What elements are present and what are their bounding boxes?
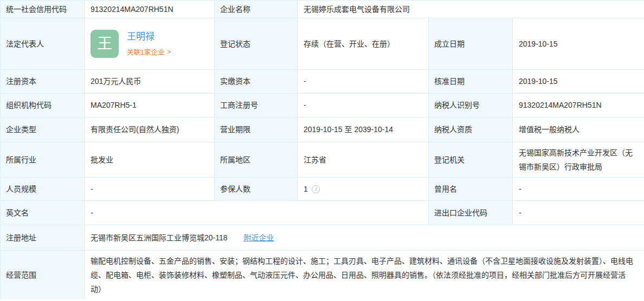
field-value-business-reg-no: - xyxy=(298,94,429,117)
field-value-est-date: 2019-10-15 xyxy=(513,18,644,70)
legal-rep-name-link[interactable]: 王明禄 xyxy=(127,30,171,44)
field-label-approval-date: 核准日期 xyxy=(429,70,513,94)
info-icon[interactable]: i xyxy=(312,185,320,193)
field-label-org-code: 组织机构代码 xyxy=(1,94,85,117)
field-value-taxpayer-qualification: 增值税一般纳税人 xyxy=(513,117,644,142)
field-label-business-reg-no: 工商注册号 xyxy=(215,94,298,117)
reg-address-cell: 无锡市新吴区五洲国际工业博览城20-118 附近企业 xyxy=(85,225,644,251)
field-label-paid-capital: 实缴资本 xyxy=(215,70,298,94)
field-label-reg-authority: 登记机关 xyxy=(429,142,513,178)
field-value-company-type: 有限责任公司(自然人独资) xyxy=(85,117,215,142)
field-label-est-date: 成立日期 xyxy=(429,18,513,70)
field-label-reg-capital: 注册资本 xyxy=(1,70,85,94)
insured-count-value: 1 xyxy=(304,184,308,194)
field-label-staff-size: 人员规模 xyxy=(1,178,85,201)
field-label-region: 所属地区 xyxy=(215,142,298,178)
field-label-reg-address: 注册地址 xyxy=(1,225,85,251)
related-companies-text: 关联1家企业 xyxy=(127,48,164,57)
field-label-business-scope: 经营范围 xyxy=(1,251,85,299)
field-label-former-name: 曾用名 xyxy=(429,178,513,201)
field-value-taxpayer-id: 91320214MA207RH51N xyxy=(513,94,644,117)
field-label-import-export-code: 进出口企业代码 xyxy=(429,201,513,225)
field-value-reg-authority: 无锡国家高新技术产业开发区（无锡市新吴区）行政审批局 xyxy=(513,142,644,178)
field-label-english-name: 英文名 xyxy=(1,201,85,225)
field-value-paid-capital: - xyxy=(298,70,429,94)
legal-rep-info: 王明禄 关联1家企业 > xyxy=(127,30,171,57)
field-value-company-name: 无锡婷乐成套电气设备有限公司 xyxy=(298,1,644,18)
legal-rep-cell: 王 王明禄 关联1家企业 > xyxy=(85,18,215,70)
legal-rep-avatar[interactable]: 王 xyxy=(91,30,119,58)
field-value-reg-address: 无锡市新吴区五洲国际工业博览城20-118 xyxy=(91,232,228,243)
field-value-reg-capital: 201万元人民币 xyxy=(85,70,215,94)
field-label-legal-rep: 法定代表人 xyxy=(1,18,85,70)
legal-rep-related-companies-link[interactable]: 关联1家企业 > xyxy=(127,48,171,57)
field-value-org-code: MA207RH5-1 xyxy=(85,94,215,117)
field-value-english-name: - xyxy=(85,201,429,225)
insured-count-cell: 1 i xyxy=(298,178,429,201)
field-label-company-name: 企业名称 xyxy=(215,1,298,18)
field-label-company-type: 企业类型 xyxy=(1,117,85,142)
field-value-credit-code: 91320214MA207RH51N xyxy=(85,1,215,18)
nearby-companies-link[interactable]: 附近企业 xyxy=(244,232,274,243)
field-value-approval-date: 2019-10-15 xyxy=(513,70,644,94)
field-label-reg-status: 登记状态 xyxy=(215,18,298,70)
field-value-region: 江苏省 xyxy=(298,142,429,178)
field-label-taxpayer-id: 纳税人识别号 xyxy=(429,94,513,117)
field-value-reg-status: 存续（在营、开业、在册） xyxy=(298,18,429,70)
field-label-insured-count: 参保人数 xyxy=(215,178,298,201)
field-label-business-term: 营业期限 xyxy=(215,117,298,142)
business-info-table: 统一社会信用代码 91320214MA207RH51N 企业名称 无锡婷乐成套电… xyxy=(0,0,644,299)
chevron-right-icon: > xyxy=(167,48,171,57)
field-value-import-export-code: - xyxy=(513,201,644,225)
field-value-staff-size: - xyxy=(85,178,215,201)
field-value-former-name: - xyxy=(513,178,644,201)
field-value-industry: 批发业 xyxy=(85,142,215,178)
field-label-industry: 所属行业 xyxy=(1,142,85,178)
field-value-business-scope: 输配电机控制设备、五金产品的销售、安装；钢结构工程的设计、施工；工具刃具、电子产… xyxy=(85,251,644,299)
field-label-credit-code: 统一社会信用代码 xyxy=(1,1,85,18)
field-value-business-term: 2019-10-15 至 2039-10-14 xyxy=(298,117,429,142)
field-label-taxpayer-qualification: 纳税人资质 xyxy=(429,117,513,142)
